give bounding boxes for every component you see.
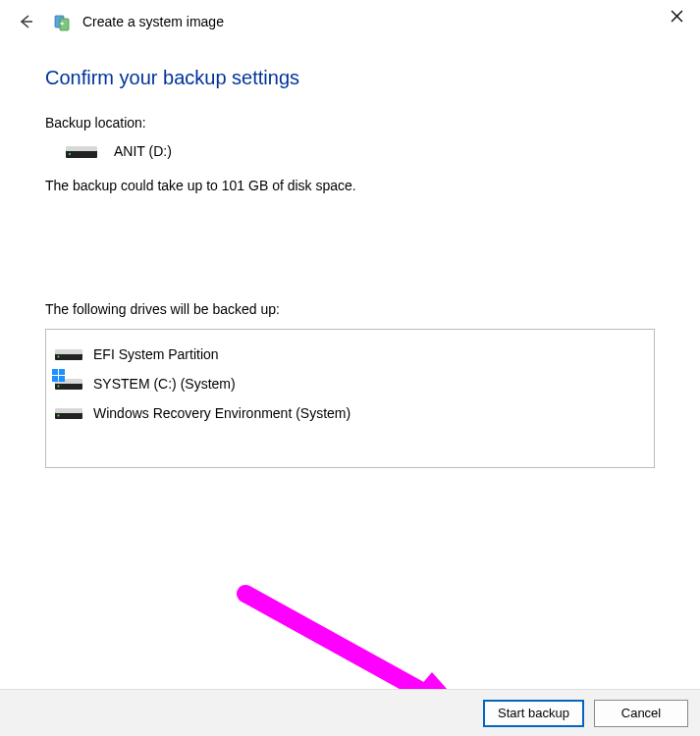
- back-arrow-icon: [17, 13, 34, 30]
- drive-icon: [54, 345, 83, 363]
- drive-name: EFI System Partition: [93, 346, 219, 362]
- drives-list-label: The following drives will be backed up:: [45, 301, 655, 317]
- svg-rect-15: [55, 408, 82, 413]
- backup-location-row: ANIT (D:): [65, 142, 655, 160]
- space-info-text: The backup could take up to 101 GB of di…: [45, 178, 655, 193]
- backup-location-value: ANIT (D:): [114, 143, 172, 159]
- window-title: Create a system image: [82, 14, 224, 29]
- drive-name: Windows Recovery Environment (System): [93, 405, 350, 421]
- cancel-button[interactable]: Cancel: [594, 700, 688, 727]
- back-button[interactable]: [14, 10, 37, 33]
- drive-icon: [54, 375, 83, 393]
- svg-point-13: [58, 386, 60, 388]
- list-item: SYSTEM (C:) (System): [54, 369, 646, 398]
- svg-rect-6: [66, 146, 97, 151]
- svg-point-16: [58, 415, 60, 417]
- content-area: Confirm your backup settings Backup loca…: [0, 41, 700, 468]
- svg-point-10: [58, 356, 60, 358]
- page-heading: Confirm your backup settings: [45, 67, 655, 89]
- app-icon: [53, 12, 73, 31]
- start-backup-button[interactable]: Start backup: [483, 700, 584, 727]
- list-item: Windows Recovery Environment (System): [54, 398, 646, 428]
- windows-overlay-icon: [52, 369, 65, 382]
- drive-icon: [54, 404, 83, 422]
- drive-name: SYSTEM (C:) (System): [93, 376, 236, 392]
- list-item: EFI System Partition: [54, 340, 646, 369]
- drive-icon: [65, 142, 98, 160]
- drives-list: EFI System Partition SYSTEM (C:) (System…: [45, 329, 655, 468]
- svg-rect-9: [55, 349, 82, 354]
- backup-location-label: Backup location:: [45, 115, 655, 131]
- close-icon: [671, 10, 683, 23]
- titlebar: Create a system image: [0, 0, 700, 41]
- svg-point-7: [69, 153, 71, 155]
- footer-bar: Start backup Cancel: [0, 689, 700, 736]
- close-button[interactable]: [667, 6, 686, 26]
- svg-line-17: [245, 594, 432, 697]
- svg-rect-4: [60, 19, 69, 30]
